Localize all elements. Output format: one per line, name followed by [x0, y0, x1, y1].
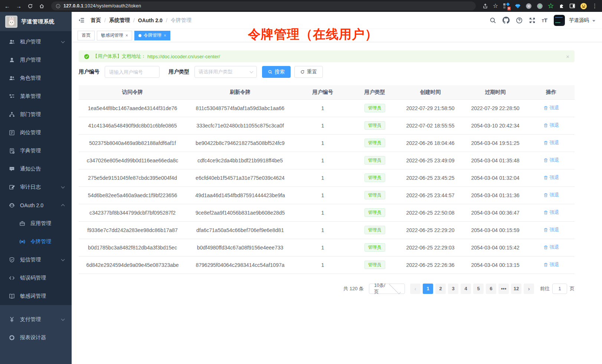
sidebar-item-label: 用户管理 [20, 57, 41, 63]
prev-page-button[interactable]: ‹ [410, 284, 421, 294]
tab-close-icon[interactable]: × [125, 33, 128, 38]
bookmark-star-icon[interactable]: ☆ [493, 3, 498, 9]
force-logout-button[interactable]: 强退 [543, 261, 559, 268]
user-menu-caret-icon[interactable] [592, 20, 595, 22]
user-type-badge: 管理员 [364, 208, 385, 217]
breadcrumb-separator: / [104, 17, 106, 23]
alert-text: 【用户体系】文档地址： [93, 53, 146, 60]
tab-敏感词管理[interactable]: 敏感词管理× [97, 31, 132, 40]
back-icon[interactable]: ← [4, 3, 10, 9]
created-time-cell: 2022-06-26 18:04:46 [398, 134, 463, 152]
url-bar[interactable]: 127.0.0.1:1024/system/oauth2/token [51, 1, 476, 10]
breadcrumb-item[interactable]: 系统管理 [109, 17, 130, 24]
goto-label: 前往 [540, 285, 550, 292]
created-time-cell: 2022-07-02 18:55:55 [398, 117, 463, 134]
goto-page-input[interactable] [552, 284, 567, 294]
username[interactable]: 芋道源码 [569, 17, 589, 24]
tab-close-icon[interactable]: × [164, 33, 166, 38]
sidebar-item-10[interactable]: OAuth 2.0 [0, 196, 72, 214]
profile-emoji-icon[interactable] [580, 3, 587, 10]
force-logout-button[interactable]: 强退 [543, 139, 559, 146]
browser-menu-icon[interactable]: ⋮ [592, 3, 598, 9]
breadcrumb-item[interactable]: 首页 [91, 17, 101, 24]
extension-grid-icon[interactable]: 9 [503, 3, 510, 10]
sidebar-item-12[interactable]: 令牌管理 [0, 232, 72, 251]
sidebar-item-3[interactable]: 角色管理 [0, 69, 72, 87]
page-ellipsis-icon[interactable]: ••• [498, 284, 509, 294]
user-id-input[interactable] [105, 66, 160, 78]
command-extension-icon[interactable]: ⌘ [526, 3, 532, 9]
page-button-3[interactable]: 3 [448, 284, 458, 294]
force-logout-button[interactable]: 强退 [543, 192, 559, 198]
breadcrumb-item[interactable]: OAuth 2.0 [138, 17, 163, 23]
tab-首页[interactable]: 首页 [78, 31, 95, 40]
font-size-icon[interactable]: TT [542, 17, 547, 23]
user-avatar[interactable] [554, 15, 565, 26]
page-button-4[interactable]: 4 [461, 284, 471, 294]
user-type-cell: 管理员 [351, 239, 398, 256]
force-logout-button[interactable]: 强退 [543, 105, 559, 111]
help-icon[interactable] [516, 17, 523, 24]
forward-icon[interactable]: → [16, 3, 22, 9]
user-type-select[interactable]: 请选择用户类型 [194, 66, 257, 78]
reset-refresh-icon [300, 70, 305, 74]
page-button-6[interactable]: 6 [486, 284, 496, 294]
page-button-5[interactable]: 5 [473, 284, 484, 294]
sidebar-item-2[interactable]: 用户管理 [0, 51, 72, 69]
sidebar-item-16[interactable]: 支付管理 [0, 310, 72, 328]
github-icon[interactable] [503, 17, 510, 24]
page-button-1[interactable]: 1 [423, 284, 433, 294]
sidebar-fold-icon[interactable] [78, 17, 85, 23]
alert-doc-link[interactable]: https://doc.iocoder.cn/user-center/ [147, 54, 220, 59]
sidebar-item-14[interactable]: 错误码管理 [0, 269, 72, 287]
force-logout-button[interactable]: 强退 [543, 226, 559, 233]
sidebar-item-1[interactable]: 租户管理 [0, 33, 72, 51]
page-size-select[interactable]: 10条/页 [369, 284, 405, 294]
sidebar-item-5[interactable]: 部门管理 [0, 105, 72, 123]
force-logout-button[interactable]: 强退 [543, 209, 559, 216]
users-icon [9, 39, 15, 45]
reload-icon[interactable] [27, 3, 33, 9]
sidebar-item-6[interactable]: 岗位管理 [0, 123, 72, 142]
star-extension-icon[interactable] [548, 3, 554, 9]
org-icon [9, 112, 15, 118]
sidebar-item-17[interactable]: 报表设计器 [0, 328, 72, 347]
search-icon[interactable] [490, 17, 496, 24]
reset-button[interactable]: 重置 [294, 66, 323, 78]
force-logout-button[interactable]: 强退 [543, 157, 559, 163]
page-button-2[interactable]: 2 [435, 284, 446, 294]
sidebar-item-13[interactable]: 短信管理 [0, 251, 72, 269]
sidebar-item-11[interactable]: 应用管理 [0, 214, 72, 232]
sidebar-item-4[interactable]: 菜单管理 [0, 87, 72, 105]
app-title: 芋道管理系统 [21, 18, 55, 25]
force-logout-button[interactable]: 强退 [543, 174, 559, 181]
sidebar-item-9[interactable]: 审计日志 [0, 178, 72, 196]
alert-close-icon[interactable]: × [566, 54, 569, 59]
force-logout-button[interactable]: 强退 [543, 122, 559, 129]
next-page-button[interactable]: › [524, 284, 534, 294]
expire-time-cell: 2054-03-04 00:15:42 [463, 239, 528, 256]
side-panel-icon[interactable] [569, 3, 575, 9]
search-button[interactable]: 搜索 [262, 66, 291, 78]
sidebar-item-8[interactable]: 通知公告 [0, 160, 72, 178]
share-icon[interactable] [482, 3, 488, 9]
table-row: f9336e7c7dd242a283ee98dc86b17a87dfa6c71a… [79, 221, 575, 239]
sidebar-item-7[interactable]: 字典管理 [0, 142, 72, 160]
user-id-cell: 1 [294, 204, 351, 221]
fullscreen-icon[interactable] [529, 17, 536, 24]
force-logout-button[interactable]: 强退 [543, 244, 559, 251]
column-header: 刷新令牌 [186, 85, 294, 99]
home-icon[interactable] [39, 3, 45, 9]
broadcast-icon [19, 239, 25, 245]
info-icon[interactable] [56, 4, 60, 9]
sidebar-logo[interactable]: 芋道管理系统 [0, 12, 72, 31]
action-cell: 强退 [528, 134, 575, 152]
created-time-cell: 2022-07-29 21:58:50 [398, 99, 463, 117]
column-header: 操作 [528, 85, 575, 99]
gem-extension-icon[interactable] [515, 3, 521, 9]
sidebar-item-15[interactable]: 敏感词管理 [0, 287, 72, 305]
record-extension-icon[interactable] [537, 3, 543, 9]
page-button-12[interactable]: 12 [511, 284, 521, 294]
puzzle-extension-icon[interactable] [559, 3, 565, 9]
tab-令牌管理[interactable]: 令牌管理× [134, 31, 170, 40]
